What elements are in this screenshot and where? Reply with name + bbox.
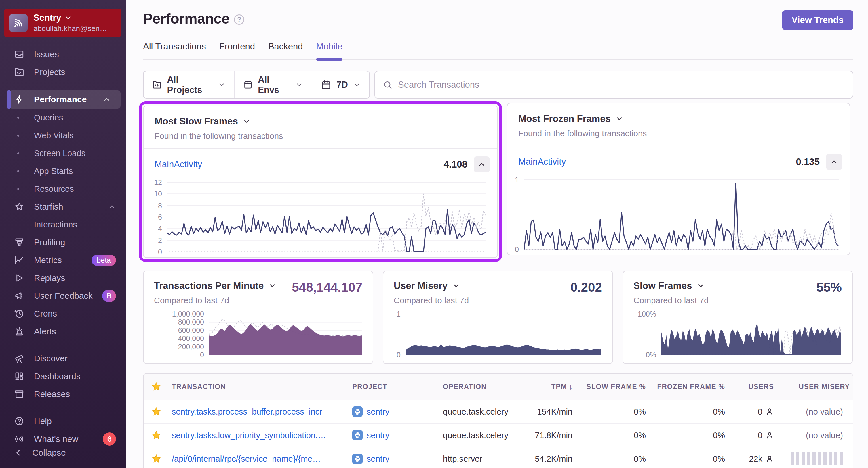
slow-frames-widget: Slow Frames Compared to last 7d 55% 100%… (622, 270, 853, 364)
date-range-filter[interactable]: 7D (312, 71, 369, 98)
sidebar-item-crons[interactable]: Crons (0, 305, 126, 323)
chevron-down-icon[interactable] (697, 282, 705, 290)
sidebar-item-profiling[interactable]: Profiling (0, 233, 126, 251)
chevron-down-icon[interactable] (243, 117, 251, 125)
tpm-cell: 54.2K/min (524, 454, 575, 464)
collapse-chart-button[interactable] (474, 156, 490, 172)
tpm-chart: 1,000,000800,000600,000400,000200,0000 (154, 313, 362, 356)
sidebar-item-resources[interactable]: Resources (0, 180, 126, 198)
environment-filter-label: All Envs (258, 74, 290, 95)
transactions-table: TRANSACTIONPROJECTOPERATIONTPM↓SLOW FRAM… (143, 373, 853, 468)
environment-filter[interactable]: All Envs (234, 71, 312, 98)
user-icon (765, 431, 774, 439)
y-axis-tick: 800,000 (178, 318, 204, 326)
sidebar-collapse-button[interactable]: Collapse (0, 444, 126, 462)
tab-backend[interactable]: Backend (268, 41, 303, 59)
project-link[interactable]: sentry (352, 454, 390, 464)
chevron-left-icon (14, 448, 23, 457)
bullet-icon (17, 117, 19, 119)
most-frozen-frames-chart: 10 (510, 178, 839, 250)
badge: beta (92, 255, 116, 266)
app-root: Sentry abdullah.khan@sen… IssuesProjects… (0, 0, 868, 468)
frozen-frame-cell: 0% (649, 454, 728, 464)
star-icon[interactable] (151, 454, 161, 464)
user-misery-cell (777, 452, 853, 465)
widget-title: Most Frozen Frames (518, 113, 611, 124)
table-row: sentry.tasks.low_priority_symbolication.… (144, 424, 853, 447)
y-axis-tick: 1 (397, 310, 401, 318)
python-icon (352, 406, 363, 417)
sidebar-item-app-starts[interactable]: App Starts (0, 162, 126, 180)
sidebar-item-projects[interactable]: Projects (0, 63, 126, 81)
widgets-row-2: Transactions Per Minute Compared to last… (143, 270, 853, 364)
operation-cell: queue.task.celery (440, 407, 524, 416)
collapse-label: Collapse (32, 448, 66, 458)
sidebar-item-web-vitals[interactable]: Web Vitals (0, 127, 126, 144)
user-misery-bars (790, 452, 843, 465)
widget-subtitle: Found in the following transactions (518, 129, 839, 138)
sidebar-item-interactions[interactable]: Interactions (0, 215, 126, 233)
tab-mobile[interactable]: Mobile (316, 41, 342, 59)
star-icon[interactable] (151, 430, 161, 440)
transaction-link[interactable]: /api/0/internal/rpc/{service_name}/{me… (172, 454, 320, 464)
y-axis-tick: 0% (646, 351, 656, 359)
sidebar-item-alerts[interactable]: Alerts (0, 323, 126, 340)
tab-frontend[interactable]: Frontend (219, 41, 255, 59)
users-cell: 0 (728, 431, 777, 440)
sidebar-item-issues[interactable]: Issues (0, 45, 126, 63)
sidebar-item-replays[interactable]: Replays (0, 269, 126, 287)
star-icon[interactable] (151, 381, 161, 392)
filter-row: All Projects All Envs (143, 71, 853, 99)
collapse-chart-button[interactable] (826, 154, 842, 170)
transaction-link[interactable]: MainActivity (518, 157, 566, 167)
sidebar-item-metrics[interactable]: Metricsbeta (0, 251, 126, 269)
dashboards-icon (14, 371, 25, 382)
chevron-down-icon[interactable] (268, 282, 276, 290)
date-range-label: 7D (336, 80, 348, 90)
y-axis-tick: 4 (158, 225, 162, 233)
transactions-per-minute-widget: Transactions Per Minute Compared to last… (143, 270, 373, 364)
python-icon (352, 454, 363, 464)
chevron-down-icon[interactable] (452, 282, 460, 290)
sidebar-item-performance[interactable]: Performance (9, 90, 121, 109)
sidebar-item-releases[interactable]: Releases (0, 385, 126, 403)
column-header-tpm[interactable]: TPM↓ (524, 382, 575, 391)
transaction-link[interactable]: sentry.tasks.process_buffer.process_incr (172, 407, 322, 416)
slow-frames-chart: 100%0% (633, 313, 842, 356)
tpm-cell: 154K/min (524, 407, 575, 416)
sidebar-item-starfish[interactable]: Starfish (0, 198, 126, 215)
transaction-link[interactable]: sentry.tasks.low_priority_symbolication.… (172, 431, 326, 440)
sidebar-item-help[interactable]: Help (0, 412, 126, 430)
folder-code-icon (152, 80, 162, 90)
transaction-link[interactable]: MainActivity (155, 159, 202, 170)
sidebar-item-queries[interactable]: Queries (0, 109, 126, 127)
tab-all-transactions[interactable]: All Transactions (143, 41, 206, 59)
user-misery-cell: (no value) (777, 431, 853, 440)
user-icon (765, 407, 774, 416)
column-header-star[interactable] (144, 381, 169, 392)
search-transactions-input[interactable] (398, 80, 845, 90)
project-filter-label: All Projects (167, 74, 213, 95)
sidebar-item-discover[interactable]: Discover (0, 349, 126, 367)
bullet-icon (17, 153, 19, 154)
project-filter[interactable]: All Projects (144, 71, 234, 98)
org-switcher[interactable]: Sentry abdullah.khan@sen… (4, 9, 121, 37)
users-cell: 22k (728, 454, 777, 464)
view-trends-button[interactable]: View Trends (782, 10, 853, 30)
sidebar-item-screen-loads[interactable]: Screen Loads (0, 144, 126, 162)
column-header-operation: OPERATION (440, 382, 524, 391)
help-icon[interactable]: ? (234, 14, 244, 25)
chevron-down-icon[interactable] (615, 115, 623, 123)
search-icon (383, 80, 392, 90)
widget-value: 548,144.107 (292, 280, 362, 295)
star-icon[interactable] (151, 406, 161, 417)
project-link[interactable]: sentry (352, 406, 390, 417)
sidebar-item-user-feedback[interactable]: User FeedbackB (0, 287, 126, 305)
sidebar-item-dashboards[interactable]: Dashboards (0, 367, 126, 385)
most-slow-frames-widget: Most Slow Frames Found in the following … (143, 105, 498, 258)
most-frozen-frames-widget: Most Frozen Frames Found in the followin… (507, 103, 850, 255)
slow-frame-cell: 0% (575, 431, 649, 440)
user-misery-widget: User Misery Compared to last 7d 0.202 10 (383, 270, 613, 364)
widget-subtitle: Found in the following transactions (155, 131, 486, 141)
project-link[interactable]: sentry (352, 430, 390, 440)
